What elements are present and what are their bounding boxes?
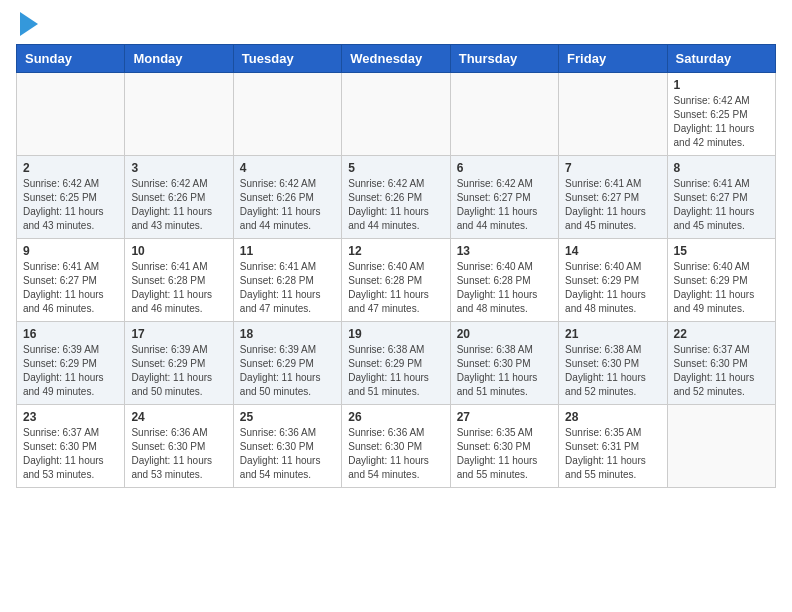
calendar-day-cell (233, 73, 341, 156)
calendar-week-row: 1Sunrise: 6:42 AM Sunset: 6:25 PM Daylig… (17, 73, 776, 156)
calendar-day-cell: 22Sunrise: 6:37 AM Sunset: 6:30 PM Dayli… (667, 322, 775, 405)
calendar-day-cell: 12Sunrise: 6:40 AM Sunset: 6:28 PM Dayli… (342, 239, 450, 322)
day-of-week-header: Thursday (450, 45, 558, 73)
calendar-day-cell: 26Sunrise: 6:36 AM Sunset: 6:30 PM Dayli… (342, 405, 450, 488)
day-number: 8 (674, 161, 769, 175)
day-info: Sunrise: 6:36 AM Sunset: 6:30 PM Dayligh… (348, 426, 443, 482)
calendar-day-cell (559, 73, 667, 156)
calendar-day-cell: 18Sunrise: 6:39 AM Sunset: 6:29 PM Dayli… (233, 322, 341, 405)
day-info: Sunrise: 6:42 AM Sunset: 6:26 PM Dayligh… (348, 177, 443, 233)
day-of-week-header: Tuesday (233, 45, 341, 73)
calendar-day-cell (667, 405, 775, 488)
day-info: Sunrise: 6:37 AM Sunset: 6:30 PM Dayligh… (23, 426, 118, 482)
calendar-day-cell: 23Sunrise: 6:37 AM Sunset: 6:30 PM Dayli… (17, 405, 125, 488)
calendar-day-cell: 17Sunrise: 6:39 AM Sunset: 6:29 PM Dayli… (125, 322, 233, 405)
calendar-day-cell: 8Sunrise: 6:41 AM Sunset: 6:27 PM Daylig… (667, 156, 775, 239)
calendar-day-cell: 9Sunrise: 6:41 AM Sunset: 6:27 PM Daylig… (17, 239, 125, 322)
day-info: Sunrise: 6:35 AM Sunset: 6:30 PM Dayligh… (457, 426, 552, 482)
day-of-week-header: Sunday (17, 45, 125, 73)
day-info: Sunrise: 6:40 AM Sunset: 6:28 PM Dayligh… (348, 260, 443, 316)
calendar-day-cell: 21Sunrise: 6:38 AM Sunset: 6:30 PM Dayli… (559, 322, 667, 405)
day-number: 22 (674, 327, 769, 341)
day-info: Sunrise: 6:41 AM Sunset: 6:27 PM Dayligh… (23, 260, 118, 316)
day-number: 9 (23, 244, 118, 258)
calendar-day-cell: 27Sunrise: 6:35 AM Sunset: 6:30 PM Dayli… (450, 405, 558, 488)
calendar-table: SundayMondayTuesdayWednesdayThursdayFrid… (16, 44, 776, 488)
day-number: 14 (565, 244, 660, 258)
day-number: 15 (674, 244, 769, 258)
calendar-day-cell: 4Sunrise: 6:42 AM Sunset: 6:26 PM Daylig… (233, 156, 341, 239)
calendar-day-cell: 3Sunrise: 6:42 AM Sunset: 6:26 PM Daylig… (125, 156, 233, 239)
calendar-day-cell: 11Sunrise: 6:41 AM Sunset: 6:28 PM Dayli… (233, 239, 341, 322)
calendar-day-cell: 6Sunrise: 6:42 AM Sunset: 6:27 PM Daylig… (450, 156, 558, 239)
day-number: 5 (348, 161, 443, 175)
logo-arrow-icon (20, 12, 38, 36)
calendar-header-row: SundayMondayTuesdayWednesdayThursdayFrid… (17, 45, 776, 73)
day-number: 23 (23, 410, 118, 424)
day-info: Sunrise: 6:40 AM Sunset: 6:28 PM Dayligh… (457, 260, 552, 316)
calendar-day-cell: 28Sunrise: 6:35 AM Sunset: 6:31 PM Dayli… (559, 405, 667, 488)
day-info: Sunrise: 6:36 AM Sunset: 6:30 PM Dayligh… (131, 426, 226, 482)
day-number: 10 (131, 244, 226, 258)
calendar-week-row: 2Sunrise: 6:42 AM Sunset: 6:25 PM Daylig… (17, 156, 776, 239)
calendar-day-cell (342, 73, 450, 156)
calendar-day-cell: 15Sunrise: 6:40 AM Sunset: 6:29 PM Dayli… (667, 239, 775, 322)
day-info: Sunrise: 6:40 AM Sunset: 6:29 PM Dayligh… (674, 260, 769, 316)
calendar-week-row: 9Sunrise: 6:41 AM Sunset: 6:27 PM Daylig… (17, 239, 776, 322)
calendar-week-row: 16Sunrise: 6:39 AM Sunset: 6:29 PM Dayli… (17, 322, 776, 405)
day-info: Sunrise: 6:37 AM Sunset: 6:30 PM Dayligh… (674, 343, 769, 399)
calendar-day-cell (450, 73, 558, 156)
day-number: 7 (565, 161, 660, 175)
logo-text-block (16, 16, 38, 36)
day-of-week-header: Saturday (667, 45, 775, 73)
day-info: Sunrise: 6:36 AM Sunset: 6:30 PM Dayligh… (240, 426, 335, 482)
calendar-day-cell (17, 73, 125, 156)
day-number: 16 (23, 327, 118, 341)
day-of-week-header: Wednesday (342, 45, 450, 73)
day-number: 1 (674, 78, 769, 92)
day-info: Sunrise: 6:42 AM Sunset: 6:25 PM Dayligh… (23, 177, 118, 233)
calendar-day-cell: 5Sunrise: 6:42 AM Sunset: 6:26 PM Daylig… (342, 156, 450, 239)
day-number: 28 (565, 410, 660, 424)
day-info: Sunrise: 6:39 AM Sunset: 6:29 PM Dayligh… (240, 343, 335, 399)
day-info: Sunrise: 6:38 AM Sunset: 6:30 PM Dayligh… (457, 343, 552, 399)
day-info: Sunrise: 6:42 AM Sunset: 6:26 PM Dayligh… (240, 177, 335, 233)
day-info: Sunrise: 6:38 AM Sunset: 6:29 PM Dayligh… (348, 343, 443, 399)
day-number: 27 (457, 410, 552, 424)
day-number: 19 (348, 327, 443, 341)
logo (16, 16, 38, 36)
day-number: 24 (131, 410, 226, 424)
day-number: 20 (457, 327, 552, 341)
day-number: 12 (348, 244, 443, 258)
day-of-week-header: Friday (559, 45, 667, 73)
day-info: Sunrise: 6:38 AM Sunset: 6:30 PM Dayligh… (565, 343, 660, 399)
day-number: 21 (565, 327, 660, 341)
day-info: Sunrise: 6:41 AM Sunset: 6:27 PM Dayligh… (674, 177, 769, 233)
day-number: 3 (131, 161, 226, 175)
day-number: 26 (348, 410, 443, 424)
day-info: Sunrise: 6:39 AM Sunset: 6:29 PM Dayligh… (23, 343, 118, 399)
day-number: 2 (23, 161, 118, 175)
calendar-day-cell: 24Sunrise: 6:36 AM Sunset: 6:30 PM Dayli… (125, 405, 233, 488)
calendar-day-cell: 20Sunrise: 6:38 AM Sunset: 6:30 PM Dayli… (450, 322, 558, 405)
day-number: 4 (240, 161, 335, 175)
calendar-day-cell: 2Sunrise: 6:42 AM Sunset: 6:25 PM Daylig… (17, 156, 125, 239)
calendar-day-cell: 1Sunrise: 6:42 AM Sunset: 6:25 PM Daylig… (667, 73, 775, 156)
day-info: Sunrise: 6:40 AM Sunset: 6:29 PM Dayligh… (565, 260, 660, 316)
day-number: 13 (457, 244, 552, 258)
day-info: Sunrise: 6:42 AM Sunset: 6:25 PM Dayligh… (674, 94, 769, 150)
day-info: Sunrise: 6:35 AM Sunset: 6:31 PM Dayligh… (565, 426, 660, 482)
calendar-day-cell: 10Sunrise: 6:41 AM Sunset: 6:28 PM Dayli… (125, 239, 233, 322)
day-number: 18 (240, 327, 335, 341)
calendar-day-cell: 14Sunrise: 6:40 AM Sunset: 6:29 PM Dayli… (559, 239, 667, 322)
page-header (16, 16, 776, 36)
day-info: Sunrise: 6:42 AM Sunset: 6:27 PM Dayligh… (457, 177, 552, 233)
calendar-day-cell: 16Sunrise: 6:39 AM Sunset: 6:29 PM Dayli… (17, 322, 125, 405)
day-of-week-header: Monday (125, 45, 233, 73)
day-info: Sunrise: 6:42 AM Sunset: 6:26 PM Dayligh… (131, 177, 226, 233)
calendar-day-cell: 7Sunrise: 6:41 AM Sunset: 6:27 PM Daylig… (559, 156, 667, 239)
day-info: Sunrise: 6:39 AM Sunset: 6:29 PM Dayligh… (131, 343, 226, 399)
day-info: Sunrise: 6:41 AM Sunset: 6:27 PM Dayligh… (565, 177, 660, 233)
day-number: 11 (240, 244, 335, 258)
day-number: 6 (457, 161, 552, 175)
